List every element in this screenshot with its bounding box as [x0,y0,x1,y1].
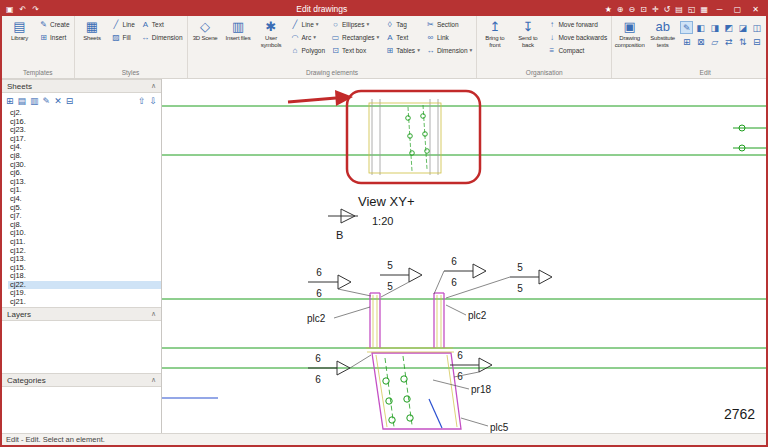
layout-icon[interactable]: ▤ [675,5,683,14]
sheet-list-item[interactable]: cj17. [8,135,161,144]
text-button[interactable]: A Text [383,31,422,43]
save-icon[interactable]: ▣ [6,5,14,14]
grid-icon[interactable]: ▦ [700,5,708,14]
edit-tool-10[interactable]: ⇄ [722,35,735,48]
close-button[interactable]: ✕ [749,5,762,14]
arc-button[interactable]: ◠ Arc ▾ [289,31,328,43]
dimension-style-button[interactable]: ↔ Dimension [139,31,185,43]
edit-pencil-tool[interactable]: ✎ [680,21,693,34]
sheet-list-item[interactable]: cj30. [8,161,161,170]
sheet-list-item[interactable]: cj2. [8,109,161,118]
sheet-list-item[interactable]: cj11. [8,238,161,247]
sheet-list-item[interactable]: cj8. [8,152,161,161]
move-backwards-button[interactable]: ↓ Move backwards [545,31,609,43]
substitute-texts-button[interactable]: ab Substitute texts [647,18,678,50]
collapse-chevron-icon[interactable]: ∧ [151,376,156,384]
zoom-window-icon[interactable]: ⊡ [640,5,647,14]
link-button[interactable]: ∞ Link [424,31,474,43]
open-sheet-icon[interactable]: ▤ [18,96,27,106]
edit-tool-3[interactable]: ◨ [708,21,721,34]
edit-tool-11[interactable]: ⇅ [736,35,749,48]
refresh-icon[interactable]: ↺ [664,5,671,14]
delete-sheet-icon[interactable]: ✕ [54,96,62,106]
sheet-list-item[interactable]: cj4. [8,195,161,204]
insert-files-button[interactable]: ▥ Insert files [223,18,254,43]
sheet-list-item[interactable]: cj18. [8,272,161,281]
line-button[interactable]: ╱ Line ▾ [289,18,328,30]
edit-tool-5[interactable]: ◪ [736,21,749,34]
text-style-button[interactable]: A Text [139,18,185,30]
sheet-list-item[interactable]: cj12. [8,247,161,256]
polygon-button[interactable]: ⌂ Polygon [289,44,328,56]
sheet-list-item[interactable]: cj16. [8,118,161,127]
edit-tool-6[interactable]: ◫ [750,21,763,34]
redo-icon[interactable]: ↷ [32,5,39,14]
user-symbols-button[interactable]: ✱ User symbols [256,18,287,50]
line-style-button[interactable]: ╱ Line [110,18,137,30]
ellipses-button[interactable]: ○ Ellipses ▾ [329,18,381,30]
compact-button[interactable]: ≡ Compact [545,44,609,56]
collapse-chevron-icon[interactable]: ∧ [151,82,156,90]
sheet-list-item[interactable]: cj6. [8,169,161,178]
favorite-icon[interactable]: ★ [605,5,612,14]
sheet-list-item[interactable]: cj5. [8,204,161,213]
move-sheet-up-icon[interactable]: ⇧ [138,96,146,106]
zoom-in-icon[interactable]: ⊕ [617,5,624,14]
dimension-button[interactable]: ↔ Dimension ▾ [424,44,474,56]
undo-icon[interactable]: ↶ [20,5,27,14]
maximize-button[interactable]: ▢ [731,5,744,14]
sheet-list-item[interactable]: cj8. [8,221,161,230]
sheet-list-item[interactable]: cj7. [8,212,161,221]
tables-button[interactable]: ⊞ Tables ▾ [383,44,422,56]
edit-tool-8[interactable]: ⊠ [694,35,707,48]
move-sheet-down-icon[interactable]: ⇩ [149,96,157,106]
zoom-out-icon[interactable]: ⊖ [629,5,636,14]
new-sheet-icon[interactable]: ⊞ [6,96,14,106]
print-sheet-icon[interactable]: ⊟ [66,96,74,106]
create-button[interactable]: ✎ Create [37,18,72,30]
text-box-button[interactable]: ⊡ Text box [329,44,381,56]
sheet-list-item[interactable]: cj13. [8,178,161,187]
substitute-texts-icon: ab [655,19,669,35]
tag-button[interactable]: ◊ Tag [383,18,422,30]
sheet-list-item[interactable]: cj4. [8,143,161,152]
sheets-panel-header[interactable]: Sheets ∧ [2,79,161,93]
copy-sheet-icon[interactable]: ▥ [30,96,39,106]
sheet-list-item[interactable]: cj10. [8,229,161,238]
section-button[interactable]: ✂ Section [424,18,474,30]
drawing-composition-button[interactable]: ▣ Drawing composition [614,18,645,50]
bring-to-front-button[interactable]: ↥ Bring to front [479,18,510,50]
weld-d-top-text: 5 [517,262,523,273]
layers-panel-header[interactable]: Layers ∧ [2,307,161,321]
sheet-list-item[interactable]: cj19. [8,289,161,298]
drawing-area[interactable]: View XY+ 1:20 B [162,79,766,433]
sheet-list-item-selected[interactable]: cj22. [8,281,161,290]
move-forward-button[interactable]: ↑ Move forward [545,18,609,30]
sheet-list-item[interactable]: cj15. [8,264,161,273]
3d-scene-button[interactable]: ◇ 3D Scene [190,18,221,43]
panels-icon[interactable]: ◱ [688,5,696,14]
fill-style-button[interactable]: ▨ Fill [110,31,137,43]
library-button[interactable]: ▤ Library [4,18,35,43]
collapse-chevron-icon[interactable]: ∧ [151,310,156,318]
pan-icon[interactable]: ✛ [652,5,659,14]
insert-button[interactable]: ⊞ Insert [37,31,72,43]
sheet-list-item[interactable]: cj21. [8,298,161,307]
edit-tool-2[interactable]: ◧ [694,21,707,34]
edit-tool-12[interactable]: ⊟ [750,35,763,48]
rectangles-button[interactable]: ▭ Rectangles ▾ [329,31,381,43]
ribbon-group-styles: ▦ Sheets ╱ Line ▨ Fill A Te [75,16,188,78]
categories-panel-header[interactable]: Categories ∧ [2,373,161,387]
sheet-list-item[interactable]: cj13. [8,255,161,264]
sheet-list-item[interactable]: cj1. [8,186,161,195]
edit-tool-9[interactable]: ▱ [708,35,721,48]
edit-sheet-icon[interactable]: ✎ [43,96,51,106]
sheets-style-button[interactable]: ▦ Sheets [77,18,108,43]
send-to-back-button[interactable]: ↧ Send to back [512,18,543,50]
edit-tool-4[interactable]: ◩ [722,21,735,34]
minimize-button[interactable]: ─ [713,5,726,14]
edit-tool-7[interactable]: ⊞ [680,35,693,48]
sheet-list-item[interactable]: cj23. [8,126,161,135]
show-hide-incidents-button[interactable]: ◉ Show/Hide incidents [765,18,766,50]
fill-style-icon: ▨ [112,33,121,42]
